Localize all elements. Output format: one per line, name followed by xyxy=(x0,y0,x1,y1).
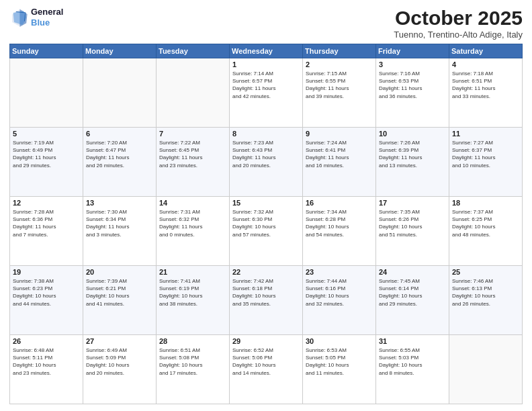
calendar-cell xyxy=(449,335,523,404)
cell-info: Sunrise: 7:32 AM Sunset: 6:30 PM Dayligh… xyxy=(232,208,300,238)
cell-info: Sunrise: 7:24 AM Sunset: 6:41 PM Dayligh… xyxy=(306,139,373,169)
cell-info: Sunrise: 7:30 AM Sunset: 6:34 PM Dayligh… xyxy=(86,208,153,238)
cell-info: Sunrise: 7:46 AM Sunset: 6:13 PM Dayligh… xyxy=(452,277,519,308)
day-number: 8 xyxy=(232,130,300,138)
calendar-cell: 16Sunrise: 7:34 AM Sunset: 6:28 PM Dayli… xyxy=(303,197,376,266)
calendar-cell: 3Sunrise: 7:16 AM Sunset: 6:53 PM Daylig… xyxy=(376,58,449,128)
cell-info: Sunrise: 6:51 AM Sunset: 5:08 PM Dayligh… xyxy=(159,347,226,377)
day-number: 4 xyxy=(452,60,519,68)
calendar-cell: 19Sunrise: 7:38 AM Sunset: 6:23 PM Dayli… xyxy=(10,266,83,335)
day-number: 2 xyxy=(306,60,373,68)
calendar-cell: 25Sunrise: 7:46 AM Sunset: 6:13 PM Dayli… xyxy=(449,266,523,335)
cell-info: Sunrise: 7:38 AM Sunset: 6:23 PM Dayligh… xyxy=(13,277,80,308)
calendar-cell: 28Sunrise: 6:51 AM Sunset: 5:08 PM Dayli… xyxy=(157,335,230,404)
cell-info: Sunrise: 7:18 AM Sunset: 6:51 PM Dayligh… xyxy=(452,70,519,100)
logo: General Blue xyxy=(9,7,63,28)
calendar-cell: 13Sunrise: 7:30 AM Sunset: 6:34 PM Dayli… xyxy=(83,197,157,266)
calendar-cell: 10Sunrise: 7:26 AM Sunset: 6:39 PM Dayli… xyxy=(376,128,449,197)
cell-info: Sunrise: 7:31 AM Sunset: 6:32 PM Dayligh… xyxy=(159,208,226,238)
day-number: 23 xyxy=(306,268,373,276)
calendar-cell: 23Sunrise: 7:44 AM Sunset: 6:16 PM Dayli… xyxy=(303,266,376,335)
cell-info: Sunrise: 7:34 AM Sunset: 6:28 PM Dayligh… xyxy=(306,208,373,238)
calendar-cell: 15Sunrise: 7:32 AM Sunset: 6:30 PM Dayli… xyxy=(230,197,303,266)
cell-info: Sunrise: 7:42 AM Sunset: 6:18 PM Dayligh… xyxy=(232,277,300,308)
cell-info: Sunrise: 7:22 AM Sunset: 6:45 PM Dayligh… xyxy=(159,139,226,169)
calendar-cell: 17Sunrise: 7:35 AM Sunset: 6:26 PM Dayli… xyxy=(376,197,449,266)
calendar-cell: 11Sunrise: 7:27 AM Sunset: 6:37 PM Dayli… xyxy=(449,128,523,197)
calendar-cell: 1Sunrise: 7:14 AM Sunset: 6:57 PM Daylig… xyxy=(230,58,303,128)
header: General Blue October 2025 Tuenno, Trenti… xyxy=(9,7,523,40)
weekday-friday: Friday xyxy=(376,44,449,58)
calendar-cell xyxy=(10,58,83,128)
calendar-cell: 4Sunrise: 7:18 AM Sunset: 6:51 PM Daylig… xyxy=(449,58,523,128)
weekday-header-row: SundayMondayTuesdayWednesdayThursdayFrid… xyxy=(10,44,523,58)
calendar-cell: 29Sunrise: 6:52 AM Sunset: 5:06 PM Dayli… xyxy=(230,335,303,404)
day-number: 20 xyxy=(86,268,153,276)
day-number: 16 xyxy=(306,199,373,207)
calendar-cell: 22Sunrise: 7:42 AM Sunset: 6:18 PM Dayli… xyxy=(230,266,303,335)
day-number: 6 xyxy=(86,130,153,138)
cell-info: Sunrise: 7:44 AM Sunset: 6:16 PM Dayligh… xyxy=(306,277,373,308)
calendar-cell: 30Sunrise: 6:53 AM Sunset: 5:05 PM Dayli… xyxy=(303,335,376,404)
calendar-cell: 18Sunrise: 7:37 AM Sunset: 6:25 PM Dayli… xyxy=(449,197,523,266)
cell-info: Sunrise: 7:14 AM Sunset: 6:57 PM Dayligh… xyxy=(232,70,300,100)
calendar-table: SundayMondayTuesdayWednesdayThursdayFrid… xyxy=(9,44,523,404)
day-number: 11 xyxy=(452,130,519,138)
day-number: 24 xyxy=(379,268,446,276)
cell-info: Sunrise: 6:52 AM Sunset: 5:06 PM Dayligh… xyxy=(232,347,300,377)
day-number: 12 xyxy=(13,199,80,207)
day-number: 30 xyxy=(306,337,373,345)
calendar-cell: 20Sunrise: 7:39 AM Sunset: 6:21 PM Dayli… xyxy=(83,266,157,335)
cell-info: Sunrise: 7:39 AM Sunset: 6:21 PM Dayligh… xyxy=(86,277,153,308)
calendar-cell: 7Sunrise: 7:22 AM Sunset: 6:45 PM Daylig… xyxy=(157,128,230,197)
calendar-cell: 26Sunrise: 6:48 AM Sunset: 5:11 PM Dayli… xyxy=(10,335,83,404)
cell-info: Sunrise: 7:27 AM Sunset: 6:37 PM Dayligh… xyxy=(452,139,519,169)
cell-info: Sunrise: 7:26 AM Sunset: 6:39 PM Dayligh… xyxy=(379,139,446,169)
calendar-cell: 8Sunrise: 7:23 AM Sunset: 6:43 PM Daylig… xyxy=(230,128,303,197)
calendar-cell: 6Sunrise: 7:20 AM Sunset: 6:47 PM Daylig… xyxy=(83,128,157,197)
calendar-cell: 2Sunrise: 7:15 AM Sunset: 6:55 PM Daylig… xyxy=(303,58,376,128)
day-number: 21 xyxy=(159,268,226,276)
day-number: 7 xyxy=(159,130,226,138)
weekday-wednesday: Wednesday xyxy=(230,44,303,58)
weekday-monday: Monday xyxy=(83,44,157,58)
cell-info: Sunrise: 6:48 AM Sunset: 5:11 PM Dayligh… xyxy=(13,347,80,377)
day-number: 3 xyxy=(379,60,446,68)
day-number: 14 xyxy=(159,199,226,207)
cell-info: Sunrise: 7:45 AM Sunset: 6:14 PM Dayligh… xyxy=(379,277,446,308)
calendar-cell: 5Sunrise: 7:19 AM Sunset: 6:49 PM Daylig… xyxy=(10,128,83,197)
day-number: 22 xyxy=(232,268,300,276)
day-number: 5 xyxy=(13,130,80,138)
cell-info: Sunrise: 7:15 AM Sunset: 6:55 PM Dayligh… xyxy=(306,70,373,100)
calendar-cell xyxy=(83,58,157,128)
cell-info: Sunrise: 7:23 AM Sunset: 6:43 PM Dayligh… xyxy=(232,139,300,169)
day-number: 26 xyxy=(13,337,80,345)
cell-info: Sunrise: 7:16 AM Sunset: 6:53 PM Dayligh… xyxy=(379,70,446,100)
cell-info: Sunrise: 6:55 AM Sunset: 5:03 PM Dayligh… xyxy=(379,347,446,377)
day-number: 25 xyxy=(452,268,519,276)
cell-info: Sunrise: 7:37 AM Sunset: 6:25 PM Dayligh… xyxy=(452,208,519,238)
title-block: October 2025 Tuenno, Trentino-Alto Adige… xyxy=(394,7,523,40)
day-number: 28 xyxy=(159,337,226,345)
calendar-cell: 12Sunrise: 7:28 AM Sunset: 6:36 PM Dayli… xyxy=(10,197,83,266)
logo-line1: General xyxy=(31,7,63,17)
day-number: 9 xyxy=(306,130,373,138)
calendar-cell: 31Sunrise: 6:55 AM Sunset: 5:03 PM Dayli… xyxy=(376,335,449,404)
calendar-cell: 21Sunrise: 7:41 AM Sunset: 6:19 PM Dayli… xyxy=(157,266,230,335)
location: Tuenno, Trentino-Alto Adige, Italy xyxy=(394,30,523,40)
calendar-cell: 14Sunrise: 7:31 AM Sunset: 6:32 PM Dayli… xyxy=(157,197,230,266)
logo-line2: Blue xyxy=(31,17,63,28)
week-row-5: 26Sunrise: 6:48 AM Sunset: 5:11 PM Dayli… xyxy=(10,335,523,404)
logo-icon xyxy=(9,8,28,27)
weekday-saturday: Saturday xyxy=(449,44,523,58)
cell-info: Sunrise: 6:53 AM Sunset: 5:05 PM Dayligh… xyxy=(306,347,373,377)
weekday-thursday: Thursday xyxy=(303,44,376,58)
cell-info: Sunrise: 6:49 AM Sunset: 5:09 PM Dayligh… xyxy=(86,347,153,377)
day-number: 13 xyxy=(86,199,153,207)
cell-info: Sunrise: 7:20 AM Sunset: 6:47 PM Dayligh… xyxy=(86,139,153,169)
day-number: 17 xyxy=(379,199,446,207)
calendar-cell xyxy=(157,58,230,128)
day-number: 29 xyxy=(232,337,300,345)
weekday-sunday: Sunday xyxy=(10,44,83,58)
logo-text: General Blue xyxy=(31,7,63,28)
